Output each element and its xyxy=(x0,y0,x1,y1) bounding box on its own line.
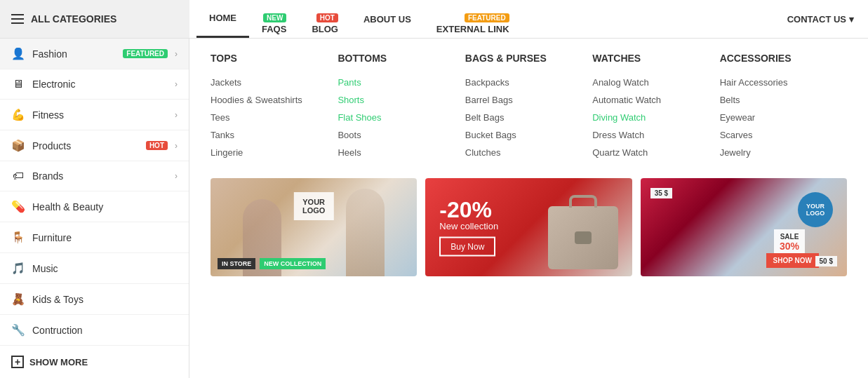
sidebar-item-brands[interactable]: 🏷 Brands › xyxy=(0,161,189,191)
bag-handle xyxy=(569,195,597,208)
sidebar-item-fashion[interactable]: 👤 Fashion FEATURED › xyxy=(0,39,189,69)
sidebar-item-construction[interactable]: 🔧 Contruction xyxy=(0,315,189,346)
sidebar-badge-products: HOT xyxy=(146,141,168,150)
banner-3[interactable]: 35 $ YOURLOGO SALE 30% SHOP NOW 50 $ xyxy=(641,178,847,276)
electronic-icon: 🖥 xyxy=(11,78,25,90)
all-categories-label: ALL CATEGORIES xyxy=(31,13,116,25)
figure-2 xyxy=(346,189,385,276)
col-header-tops: Tops xyxy=(211,53,323,64)
sidebar-label-construction: Contruction xyxy=(32,325,178,336)
chevron-right-icon-brands: › xyxy=(175,171,178,181)
col-item-lingerie[interactable]: Lingerie xyxy=(211,144,323,161)
nav-item-home[interactable]: HOME xyxy=(196,0,249,38)
banner-1[interactable]: YOURLOGO IN STORE NEW COLLECTION xyxy=(211,178,417,276)
col-item-barrelbags[interactable]: Barrel Bags xyxy=(465,91,578,109)
hamburger-icon xyxy=(11,14,24,24)
col-watches: Watches Analog Watch Automatic Watch Div… xyxy=(592,53,719,161)
sidebar-label-furniture: Furniture xyxy=(32,232,178,243)
col-item-diving[interactable]: Diving Watch xyxy=(592,109,705,126)
banner-1-content: IN STORE NEW COLLECTION xyxy=(218,258,326,269)
sidebar-item-furniture[interactable]: 🪑 Furniture xyxy=(0,222,189,253)
banner-2-buy-button[interactable]: Buy now xyxy=(439,237,495,257)
col-item-beltbags[interactable]: Belt Bags xyxy=(465,109,578,126)
col-header-accessories: Accessories xyxy=(720,53,833,64)
nav-label-blog: BLOG xyxy=(312,24,338,34)
nav-item-external[interactable]: FEATURED EXTERNAL LINK xyxy=(424,0,522,38)
col-item-jewelry[interactable]: Jewelry xyxy=(720,144,833,161)
sidebar-item-kids[interactable]: 🧸 Kids & Toys xyxy=(0,284,189,315)
col-item-scarves[interactable]: Scarves xyxy=(720,126,833,144)
sidebar: 👤 Fashion FEATURED › 🖥 Electronic › 💪 Fi… xyxy=(0,39,189,378)
col-item-bucketbags[interactable]: Bucket Bags xyxy=(465,126,578,144)
sidebar-label-fitness: Fitness xyxy=(32,109,168,121)
music-icon: 🎵 xyxy=(11,262,25,275)
badge-featured: FEATURED xyxy=(465,13,509,22)
sidebar-badge-fashion: FEATURED xyxy=(123,49,168,58)
nav-links: HOME NEW FAQs HOT BLOG ABOUT US FEATURED… xyxy=(189,0,773,38)
nav-item-faqs[interactable]: NEW FAQs xyxy=(249,0,299,38)
dropdown-panel: Tops Jackets Hoodies & Sweatshirts Tees … xyxy=(189,39,868,378)
col-item-tees[interactable]: Tees xyxy=(211,109,323,126)
col-item-eyewear[interactable]: Eyewear xyxy=(720,109,833,126)
col-item-dress[interactable]: Dress Watch xyxy=(592,126,705,144)
badge-hot: HOT xyxy=(316,13,338,22)
sidebar-item-electronic[interactable]: 🖥 Electronic › xyxy=(0,69,189,100)
banner-2-content: -20% New collection Buy now xyxy=(439,198,498,257)
health-icon: 💊 xyxy=(11,200,25,213)
nav-label-home: HOME xyxy=(209,13,236,23)
col-item-shorts[interactable]: Shorts xyxy=(338,91,450,109)
col-item-automatic[interactable]: Automatic Watch xyxy=(592,91,705,109)
col-item-analog[interactable]: Analog Watch xyxy=(592,74,705,91)
sidebar-label-kids: Kids & Toys xyxy=(32,294,178,305)
col-item-hoodies[interactable]: Hoodies & Sweatshirts xyxy=(211,91,323,109)
contact-us-button[interactable]: CONTACT US ▾ xyxy=(773,14,868,25)
fashion-icon: 👤 xyxy=(11,47,25,60)
nav-label-about: ABOUT US xyxy=(363,14,411,25)
sidebar-label-brands: Brands xyxy=(32,170,168,182)
sidebar-label-electronic: Electronic xyxy=(32,79,168,90)
all-categories-button[interactable]: ALL CATEGORIES xyxy=(0,0,189,38)
chevron-right-icon-products: › xyxy=(175,141,178,151)
banner-3-sale-label: SALE xyxy=(780,233,799,241)
sidebar-label-music: Music xyxy=(32,263,178,274)
col-item-backpacks[interactable]: Backpacks xyxy=(465,74,578,91)
col-header-bottoms: Bottoms xyxy=(338,53,450,64)
products-icon: 📦 xyxy=(11,139,25,152)
nav-item-about[interactable]: ABOUT US xyxy=(351,0,424,38)
sidebar-label-health: Health & Beauty xyxy=(32,201,178,212)
col-item-belts[interactable]: Belts xyxy=(720,91,833,109)
col-item-boots[interactable]: Boots xyxy=(338,126,450,144)
sidebar-label-fashion: Fashion xyxy=(32,48,116,60)
banner-1-tag2: NEW COLLECTION xyxy=(260,258,326,269)
col-item-quartz[interactable]: Quartz Watch xyxy=(592,144,705,161)
col-item-heels[interactable]: Heels xyxy=(338,144,450,161)
chevron-right-icon-fashion: › xyxy=(175,49,178,59)
sidebar-label-products: Products xyxy=(32,140,139,151)
kids-icon: 🧸 xyxy=(11,292,25,306)
sidebar-item-fitness[interactable]: 💪 Fitness › xyxy=(0,100,189,130)
nav-item-blog[interactable]: HOT BLOG xyxy=(299,0,351,38)
col-item-pants[interactable]: Pants xyxy=(338,74,450,91)
col-item-tanks[interactable]: Tanks xyxy=(211,126,323,144)
show-more-button[interactable]: + SHOW MORE xyxy=(0,346,189,378)
plus-icon: + xyxy=(11,356,24,368)
col-item-clutches[interactable]: Clutches xyxy=(465,144,578,161)
chevron-right-icon-fitness: › xyxy=(175,110,178,120)
sidebar-item-music[interactable]: 🎵 Music xyxy=(0,253,189,284)
sidebar-item-health[interactable]: 💊 Health & Beauty xyxy=(0,191,189,222)
col-item-hairaccessories[interactable]: Hair Accessories xyxy=(720,74,833,91)
banner-1-logo: YOURLOGO xyxy=(294,192,333,220)
banner-2-bag xyxy=(548,206,618,269)
nav-label-external: EXTERNAL LINK xyxy=(436,24,509,34)
banners: YOURLOGO IN STORE NEW COLLECTION -20% Ne… xyxy=(211,178,847,276)
sidebar-item-products[interactable]: 📦 Products HOT › xyxy=(0,130,189,161)
col-item-flatshoes[interactable]: Flat Shoes xyxy=(338,109,450,126)
banner-2[interactable]: -20% New collection Buy now xyxy=(425,178,632,276)
banner-2-subtitle: New collection xyxy=(439,221,498,231)
col-bottoms: Bottoms Pants Shorts Flat Shoes Boots He… xyxy=(338,53,465,161)
banner-3-shop-now-button[interactable]: SHOP NOW xyxy=(766,253,819,268)
banner-3-price2: 50 $ xyxy=(815,256,837,266)
bag-clasp xyxy=(575,231,592,244)
col-item-jackets[interactable]: Jackets xyxy=(211,74,323,91)
fitness-icon: 💪 xyxy=(11,108,25,121)
